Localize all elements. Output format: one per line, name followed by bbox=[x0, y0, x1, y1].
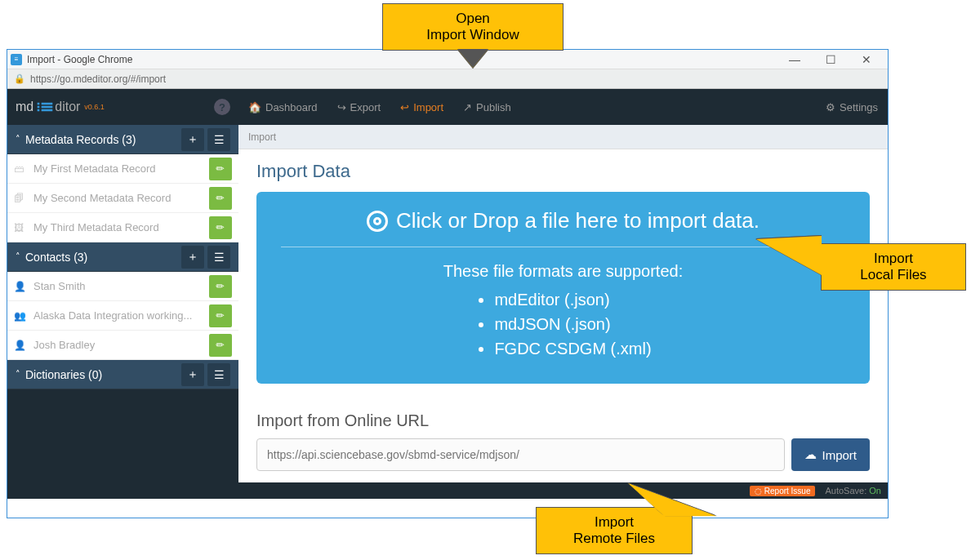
nav-dashboard[interactable]: 🏠 Dashboard bbox=[248, 101, 318, 113]
close-button[interactable]: ✕ bbox=[849, 53, 884, 66]
add-button[interactable]: ＋ bbox=[181, 128, 204, 151]
breadcrumb: Import bbox=[238, 125, 888, 149]
callout-remote-files: Import Remote Files bbox=[536, 507, 693, 554]
user-icon: 👤 bbox=[14, 281, 29, 292]
users-icon: 👥 bbox=[14, 310, 29, 322]
chevron-up-icon: ˄ bbox=[16, 251, 20, 262]
list-item[interactable]: 🗐 My Second Metadata Record ✎ bbox=[7, 184, 238, 213]
brand-logo[interactable]: md ⫶☰ ditor v0.6.1 bbox=[16, 100, 105, 114]
edit-button[interactable]: ✎ bbox=[209, 187, 232, 210]
format-item: FGDC CSDGM (.xml) bbox=[494, 336, 651, 361]
page-title: Import Data bbox=[256, 161, 870, 182]
user-icon: 👤 bbox=[14, 340, 29, 351]
dropzone-headline: Click or Drop a file here to import data… bbox=[396, 208, 760, 233]
publish-icon: ↗ bbox=[463, 101, 472, 113]
export-icon: ↪ bbox=[337, 101, 346, 113]
dropzone[interactable]: Click or Drop a file here to import data… bbox=[256, 192, 870, 384]
chevron-up-icon: ˄ bbox=[16, 369, 20, 380]
import-icon: ↩ bbox=[400, 101, 409, 113]
copy-icon: 🗐 bbox=[14, 193, 29, 204]
list-item[interactable]: 👤 Stan Smith ✎ bbox=[7, 272, 238, 301]
help-icon[interactable]: ? bbox=[214, 99, 230, 115]
callout-arrow bbox=[458, 50, 488, 68]
url-input[interactable] bbox=[256, 438, 785, 471]
list-button[interactable]: ☰ bbox=[207, 246, 230, 269]
footer-bar: ◌ Report Issue AutoSave: On bbox=[7, 482, 888, 499]
edit-button[interactable]: ✎ bbox=[209, 158, 232, 180]
logo-icon: ⫶☰ bbox=[35, 100, 53, 114]
edit-button[interactable]: ✎ bbox=[209, 275, 232, 298]
sidebar: ˄ Metadata Records (3) ＋ ☰ 🗃 My First Me… bbox=[7, 125, 238, 482]
lock-icon: 🔒 bbox=[14, 73, 25, 84]
import-url-button[interactable]: ☁ Import bbox=[791, 438, 870, 471]
add-button[interactable]: ＋ bbox=[181, 246, 204, 269]
chevron-up-icon: ˄ bbox=[16, 134, 20, 144]
sidebar-section-metadata[interactable]: ˄ Metadata Records (3) ＋ ☰ bbox=[7, 125, 238, 154]
minimize-button[interactable]: — bbox=[777, 53, 813, 66]
sidebar-section-contacts[interactable]: ˄ Contacts (3) ＋ ☰ bbox=[7, 242, 238, 272]
database-icon: 🗃 bbox=[14, 163, 29, 175]
list-item[interactable]: 👥 Alaska Data Integration working... ✎ bbox=[7, 301, 238, 331]
callout-text: Import Local Files bbox=[835, 251, 952, 283]
cloud-download-icon: ☁ bbox=[804, 447, 817, 462]
url-text: https://go.mdeditor.org/#/import bbox=[30, 73, 166, 85]
format-item: mdJSON (.json) bbox=[494, 312, 651, 336]
nav-settings[interactable]: ⚙ Settings bbox=[826, 101, 878, 113]
report-issue-button[interactable]: ◌ Report Issue bbox=[750, 486, 816, 496]
github-icon: ◌ bbox=[755, 487, 762, 496]
add-button[interactable]: ＋ bbox=[181, 363, 204, 386]
edit-button[interactable]: ✎ bbox=[209, 304, 232, 327]
callout-arrow bbox=[756, 236, 822, 275]
nav-export[interactable]: ↪ Export bbox=[337, 101, 381, 113]
dashboard-icon: 🏠 bbox=[248, 101, 261, 113]
list-item[interactable]: 👤 Josh Bradley ✎ bbox=[7, 331, 238, 360]
callout-local-files: Import Local Files bbox=[821, 243, 966, 291]
top-nav: 🏠 Dashboard ↪ Export ↩ Import ↗ Publish bbox=[238, 89, 888, 125]
url-import-title: Import from Online URL bbox=[256, 411, 870, 430]
edit-button[interactable]: ✎ bbox=[209, 216, 232, 239]
image-icon: 🖼 bbox=[14, 222, 29, 233]
format-item: mdEditor (.json) bbox=[494, 287, 651, 312]
callout-text: Open Import Window bbox=[396, 11, 550, 43]
list-item[interactable]: 🖼 My Third Metadata Record ✎ bbox=[7, 213, 238, 242]
window-title: Import - Google Chrome bbox=[27, 54, 132, 65]
list-button[interactable]: ☰ bbox=[207, 128, 230, 151]
target-icon bbox=[367, 211, 388, 232]
callout-open-import: Open Import Window bbox=[382, 3, 564, 51]
autosave-status: AutoSave: On bbox=[825, 486, 881, 496]
list-item[interactable]: 🗃 My First Metadata Record ✎ bbox=[7, 154, 238, 184]
sidebar-section-dictionaries[interactable]: ˄ Dictionaries (0) ＋ ☰ bbox=[7, 360, 238, 389]
nav-publish[interactable]: ↗ Publish bbox=[463, 101, 511, 113]
window-title-bar: ≡ Import - Google Chrome — ☐ ✕ bbox=[7, 50, 888, 69]
address-bar[interactable]: 🔒 https://go.mdeditor.org/#/import bbox=[7, 69, 888, 89]
browser-window: ≡ Import - Google Chrome — ☐ ✕ 🔒 https:/… bbox=[7, 49, 889, 518]
nav-import[interactable]: ↩ Import bbox=[400, 101, 443, 113]
edit-button[interactable]: ✎ bbox=[209, 334, 232, 357]
list-button[interactable]: ☰ bbox=[207, 363, 230, 386]
callout-text: Import Remote Files bbox=[550, 514, 679, 547]
gear-icon: ⚙ bbox=[826, 101, 835, 113]
format-list: mdEditor (.json) mdJSON (.json) FGDC CSD… bbox=[474, 287, 651, 361]
main-content: Import Import Data Click or Drop a file … bbox=[238, 125, 888, 482]
maximize-button[interactable]: ☐ bbox=[813, 53, 849, 66]
favicon-icon: ≡ bbox=[11, 54, 22, 65]
